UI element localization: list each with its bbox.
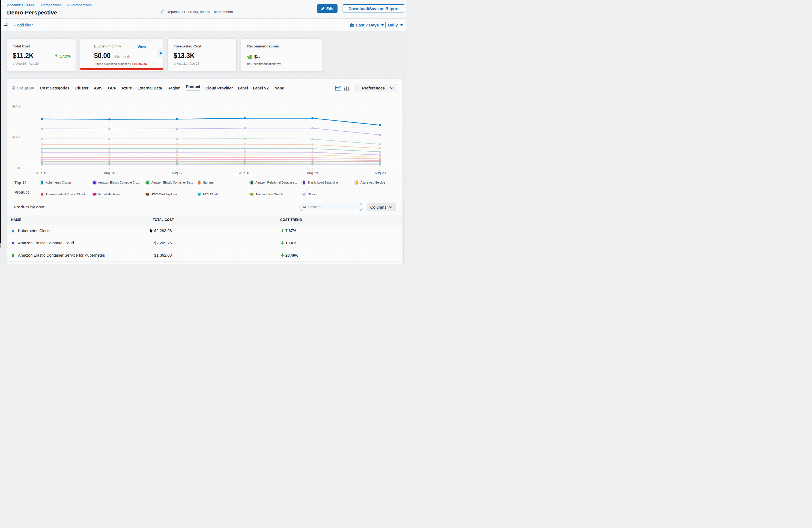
svg-text:Aug 18: Aug 18 (239, 171, 250, 175)
svg-text:Aug 16: Aug 16 (104, 171, 115, 175)
svg-text:Aug 19: Aug 19 (307, 171, 318, 175)
svg-text:Aug 20: Aug 20 (374, 171, 386, 175)
svg-text:$0: $0 (17, 166, 21, 170)
svg-text:$1200: $1200 (12, 135, 21, 139)
svg-text:Aug 15: Aug 15 (36, 171, 47, 175)
svg-text:$2400: $2400 (12, 104, 21, 108)
svg-text:Aug 17: Aug 17 (171, 171, 183, 175)
